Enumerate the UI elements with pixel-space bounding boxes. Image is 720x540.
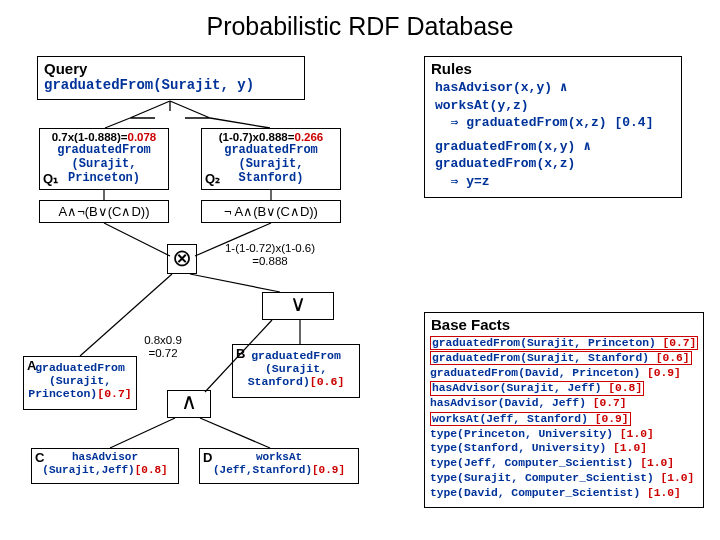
b-pred: graduatedFrom(Surajit,Stanford)[0.6] bbox=[235, 349, 357, 389]
rules-header: Rules bbox=[425, 57, 681, 77]
fact-row: hasAdvisor(David, Jeff) [0.7] bbox=[429, 396, 699, 411]
facts-list: graduatedFrom(Surajit, Princeton) [0.7]g… bbox=[425, 333, 703, 505]
q2-tag: Q₂ bbox=[205, 172, 220, 187]
c-pred: hasAdvisor(Surajit,Jeff)[0.8] bbox=[34, 451, 176, 476]
calc-and-result: 0.8x0.9=0.72 bbox=[134, 334, 192, 360]
svg-line-10 bbox=[200, 418, 270, 448]
rule1-line2: worksAt(y,z) bbox=[435, 98, 529, 113]
rule2-line2: graduatedFrom(x,z) bbox=[435, 156, 575, 171]
fact-row: type(Surajit, Computer_Scientist) [1.0] bbox=[429, 471, 699, 486]
rule1-line3: ⇒ graduatedFrom(x,z) [0.4] bbox=[451, 115, 654, 130]
fact-row: graduatedFrom(Surajit, Princeton) [0.7] bbox=[429, 335, 699, 350]
facts-panel: Base Facts graduatedFrom(Surajit, Prince… bbox=[424, 312, 704, 508]
svg-line-3 bbox=[104, 223, 170, 256]
fact-row: graduatedFrom(David, Princeton) [0.9] bbox=[429, 366, 699, 381]
a-pred: graduatedFrom(Surajit,Princeton)[0.7] bbox=[26, 361, 134, 401]
fact-row: graduatedFrom(Surajit, Stanford) [0.6] bbox=[429, 350, 699, 365]
rule2-line3: ⇒ y=z bbox=[451, 174, 490, 189]
q1-pred: graduatedFrom(Surajit,Princeton) bbox=[42, 144, 166, 185]
node-b: B graduatedFrom(Surajit,Stanford)[0.6] bbox=[232, 344, 360, 398]
fact-row: hasAdvisor(Surajit, Jeff) [0.8] bbox=[429, 381, 699, 396]
query-panel: Query graduatedFrom(Surajit, y) bbox=[37, 56, 305, 100]
q1-tag: Q₁ bbox=[43, 172, 58, 187]
op-and: ∧ bbox=[167, 390, 211, 418]
svg-line-6 bbox=[190, 274, 280, 292]
b-tag: B bbox=[236, 347, 245, 362]
node-q1: 0.7x(1-0.888)=0.078 graduatedFrom(Suraji… bbox=[39, 128, 169, 190]
node-q2: (1-0.7)x0.888=0.266 graduatedFrom(Suraji… bbox=[201, 128, 341, 190]
formula-1: A∧¬(B∨(C∧D)) bbox=[39, 200, 169, 223]
fact-row: type(Princeton, University) [1.0] bbox=[429, 427, 699, 442]
node-a: A graduatedFrom(Surajit,Princeton)[0.7] bbox=[23, 356, 137, 410]
node-d: D worksAt(Jeff,Stanford)[0.9] bbox=[199, 448, 359, 484]
rule2-line1: graduatedFrom(x,y) ∧ bbox=[435, 139, 591, 154]
page-title: Probabilistic RDF Database bbox=[0, 0, 720, 41]
fact-row: type(David, Computer_Scientist) [1.0] bbox=[429, 486, 699, 501]
fact-row: type(Stanford, University) [1.0] bbox=[429, 441, 699, 456]
op-or: ∨ bbox=[262, 292, 334, 320]
a-tag: A bbox=[27, 359, 36, 374]
d-tag: D bbox=[203, 451, 212, 466]
rules-panel: Rules hasAdvisor(x,y) ∧ worksAt(y,z) ⇒ g… bbox=[424, 56, 682, 198]
facts-header: Base Facts bbox=[425, 313, 703, 333]
rules-body: hasAdvisor(x,y) ∧ worksAt(y,z) ⇒ graduat… bbox=[425, 77, 681, 196]
op-tensor: ⊗ bbox=[167, 244, 197, 274]
rule1-line1: hasAdvisor(x,y) ∧ bbox=[435, 80, 568, 95]
fact-row: type(Jeff, Computer_Scientist) [1.0] bbox=[429, 456, 699, 471]
node-c: C hasAdvisor(Surajit,Jeff)[0.8] bbox=[31, 448, 179, 484]
d-pred: worksAt(Jeff,Stanford)[0.9] bbox=[202, 451, 356, 476]
calc-or-result: 1-(1-0.72)x(1-0.6)=0.888 bbox=[210, 242, 330, 268]
fact-row: worksAt(Jeff, Stanford) [0.9] bbox=[429, 411, 699, 426]
c-tag: C bbox=[35, 451, 44, 466]
svg-line-9 bbox=[110, 418, 175, 448]
query-header: Query bbox=[38, 57, 304, 77]
q2-pred: graduatedFrom(Surajit,Stanford) bbox=[204, 144, 338, 185]
query-text: graduatedFrom(Surajit, y) bbox=[38, 77, 304, 97]
formula-2: ¬ A∧(B∨(C∧D)) bbox=[201, 200, 341, 223]
